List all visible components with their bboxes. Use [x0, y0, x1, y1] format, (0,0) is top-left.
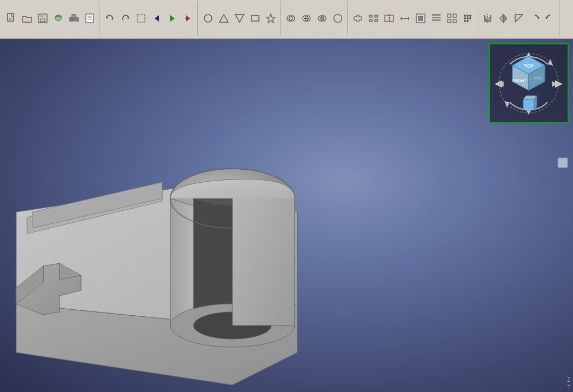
cut-button[interactable] [413, 11, 428, 26]
svg-rect-36 [375, 19, 378, 22]
orientation-cube-svg: TOP FRONT RoN ◀ ▶ [494, 48, 564, 118]
toolbar-group-edit [101, 1, 198, 36]
svg-rect-43 [418, 16, 423, 21]
rotate-ccw-button[interactable] [543, 11, 558, 26]
svg-rect-50 [453, 19, 456, 23]
svg-marker-16 [155, 15, 159, 22]
explode-button[interactable] [366, 11, 381, 26]
svg-marker-21 [219, 15, 228, 22]
measure-button[interactable] [397, 11, 412, 26]
mirror-button[interactable] [480, 11, 495, 26]
section-button[interactable] [382, 11, 397, 26]
intersect-button[interactable] [315, 11, 330, 26]
toolbar-group-transform [478, 1, 560, 36]
svg-marker-88 [548, 59, 553, 65]
hex-button[interactable] [330, 11, 345, 26]
assembly-button[interactable] [66, 11, 82, 26]
undo-button[interactable] [102, 11, 117, 26]
svg-rect-4 [40, 14, 44, 17]
svg-rect-0 [8, 14, 14, 21]
svg-rect-44 [432, 14, 441, 16]
svg-text:FRONT: FRONT [512, 78, 527, 83]
toolbar: » [0, 0, 573, 39]
svg-rect-33 [369, 15, 372, 17]
list-button[interactable] [429, 11, 444, 26]
triangle-up-button[interactable] [216, 11, 231, 26]
svg-rect-98 [523, 99, 534, 110]
svg-rect-45 [432, 17, 441, 18]
join-button[interactable] [350, 11, 365, 26]
triangle-down-button[interactable] [232, 11, 247, 26]
rectangle-button[interactable] [248, 11, 263, 26]
star-button[interactable] [263, 11, 278, 26]
svg-marker-17 [170, 15, 175, 22]
delete-button[interactable] [181, 11, 196, 26]
redo-button[interactable] [118, 11, 133, 26]
svg-marker-22 [235, 15, 244, 22]
viewport[interactable]: Z Y ▲ ▼ ◀ ▶ [0, 39, 573, 392]
svg-text:◀: ◀ [498, 79, 504, 88]
svg-point-54 [464, 17, 466, 19]
svg-rect-1 [9, 18, 12, 18]
svg-rect-15 [137, 15, 145, 22]
svg-rect-49 [448, 19, 451, 23]
arrow-right-button[interactable] [165, 11, 180, 26]
subtract-button[interactable] [299, 11, 314, 26]
y-axis-label: Y [567, 383, 571, 389]
z-axis-label: Z [567, 377, 570, 383]
svg-rect-10 [72, 15, 76, 18]
svg-point-20 [204, 15, 212, 22]
svg-point-52 [467, 15, 469, 17]
select-button[interactable] [134, 11, 149, 26]
toolbar-group-file [2, 1, 99, 36]
svg-rect-11 [86, 14, 94, 23]
svg-text:TOP: TOP [524, 63, 534, 69]
svg-rect-35 [369, 19, 372, 22]
svg-point-51 [464, 15, 466, 17]
new-button[interactable] [4, 11, 19, 26]
save-button[interactable] [35, 11, 50, 26]
svg-point-57 [464, 20, 466, 22]
svg-rect-2 [9, 19, 11, 19]
open-button[interactable] [19, 11, 35, 26]
svg-marker-89 [504, 101, 510, 108]
toolbar-group-sketch [199, 1, 281, 36]
nav-cube[interactable]: ▲ ▼ ◀ ▶ TOP F [489, 43, 569, 123]
svg-rect-46 [432, 19, 441, 21]
svg-rect-5 [41, 19, 45, 22]
axis-indicator: Z Y [567, 377, 571, 390]
flip-button[interactable] [496, 11, 511, 26]
array-button[interactable] [460, 11, 475, 26]
svg-point-55 [467, 17, 469, 19]
grid-button[interactable] [444, 11, 459, 26]
svg-rect-83 [558, 158, 568, 168]
toolbar-group-modify [349, 1, 477, 36]
svg-point-53 [469, 15, 471, 17]
svg-text:▶: ▶ [552, 79, 558, 88]
svg-marker-24 [266, 14, 275, 23]
scale-button[interactable] [511, 11, 527, 26]
svg-marker-32 [334, 14, 342, 23]
svg-point-58 [467, 20, 469, 22]
svg-rect-23 [251, 16, 259, 21]
toolbar-group-boolean [282, 1, 348, 36]
svg-marker-82 [232, 180, 295, 325]
svg-rect-47 [448, 14, 451, 17]
part-button[interactable] [51, 11, 66, 26]
rotate-cw-button[interactable] [527, 11, 542, 26]
svg-text:RoN: RoN [534, 76, 542, 80]
arrow-left-button[interactable] [149, 11, 164, 26]
drawing-button[interactable] [82, 11, 97, 26]
svg-rect-48 [453, 14, 456, 17]
svg-point-7 [55, 16, 62, 21]
model-svg: Z Y [0, 39, 573, 392]
svg-rect-34 [375, 15, 378, 17]
circle-button[interactable] [201, 11, 216, 26]
union-button[interactable] [283, 11, 298, 26]
svg-point-56 [469, 17, 471, 19]
